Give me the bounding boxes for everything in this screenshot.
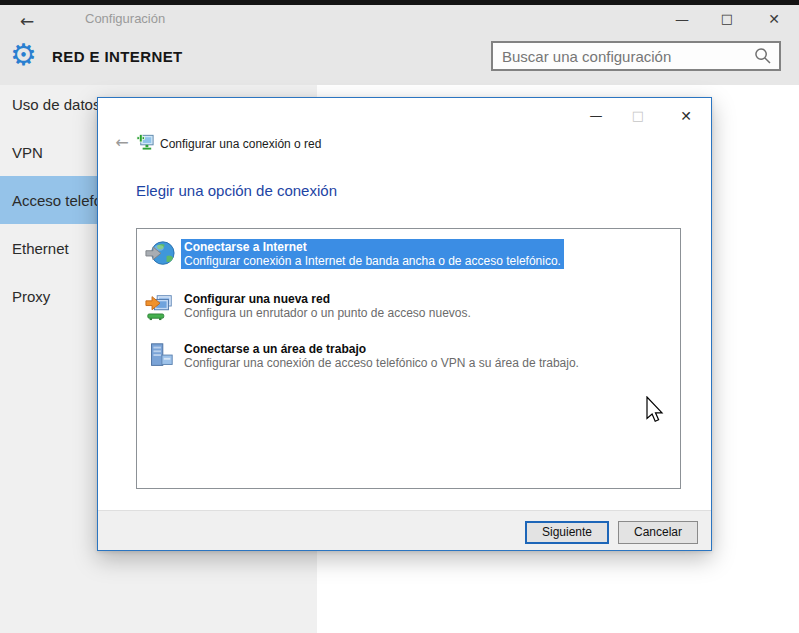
option-connect-to-workplace[interactable]: Conectarse a un área de trabajo Configur… [145,341,582,371]
cancel-button[interactable]: Cancelar [618,521,698,544]
settings-gear-icon: ⚙ [10,40,37,70]
sidebar-item-label: Uso de datos [12,96,100,113]
sidebar-item-label: Acceso telefó [12,192,102,209]
blue-server-blocks-icon [145,341,175,371]
sidebar-item-label: Proxy [12,288,50,305]
option-text-block: Conectarse a un área de trabajo Configur… [181,341,582,371]
connection-options-list: Conectarse a Internet Configurar conexió… [136,228,681,489]
option-text-block: Configurar una nueva red Configura un en… [181,291,474,321]
option-description: Configura un enrutador o un punto de acc… [184,306,471,320]
setup-connection-dialog: — □ ✕ ← Configurar una conexión o red El… [97,97,712,551]
mouse-cursor-icon [645,396,664,425]
option-description: Configurar conexión a Internet de banda … [184,254,561,268]
dialog-minimize-button[interactable]: — [581,104,611,128]
sidebar-item-label: Ethernet [12,240,69,257]
page-title: RED E INTERNET [52,48,183,65]
search-icon[interactable] [754,47,772,65]
option-title: Conectarse a Internet [184,240,561,254]
monitors-with-orange-arrow-icon [145,291,175,321]
minimize-button[interactable]: — [666,7,698,31]
dialog-close-button[interactable]: ✕ [671,104,701,128]
dialog-title: Configurar una conexión o red [160,137,321,151]
wizard-monitor-plus-icon [136,132,155,151]
option-connect-to-internet[interactable]: Conectarse a Internet Configurar conexió… [145,239,564,269]
search-input[interactable] [493,48,754,65]
next-button[interactable]: Siguiente [525,521,609,544]
window-title: Configuración [85,11,165,26]
search-box[interactable] [491,41,781,71]
close-button[interactable]: ✕ [758,7,790,31]
dialog-maximize-button: □ [623,104,653,128]
back-arrow-icon[interactable]: ← [14,10,40,32]
dialog-back-arrow-icon[interactable]: ← [111,133,133,153]
option-title: Conectarse a un área de trabajo [184,342,579,356]
sidebar-item-label: VPN [12,144,43,161]
maximize-button[interactable]: □ [711,7,743,31]
dialog-heading: Elegir una opción de conexión [136,182,337,199]
option-title: Configurar una nueva red [184,292,471,306]
settings-window: ← Configuración — □ ✕ ⚙ RED E INTERNET U… [0,0,799,633]
option-text-block: Conectarse a Internet Configurar conexió… [181,239,564,269]
option-setup-new-network[interactable]: Configurar una nueva red Configura un en… [145,291,474,321]
option-description: Configurar una conexión de acceso telefó… [184,356,579,370]
globe-with-arrow-icon [145,239,175,269]
